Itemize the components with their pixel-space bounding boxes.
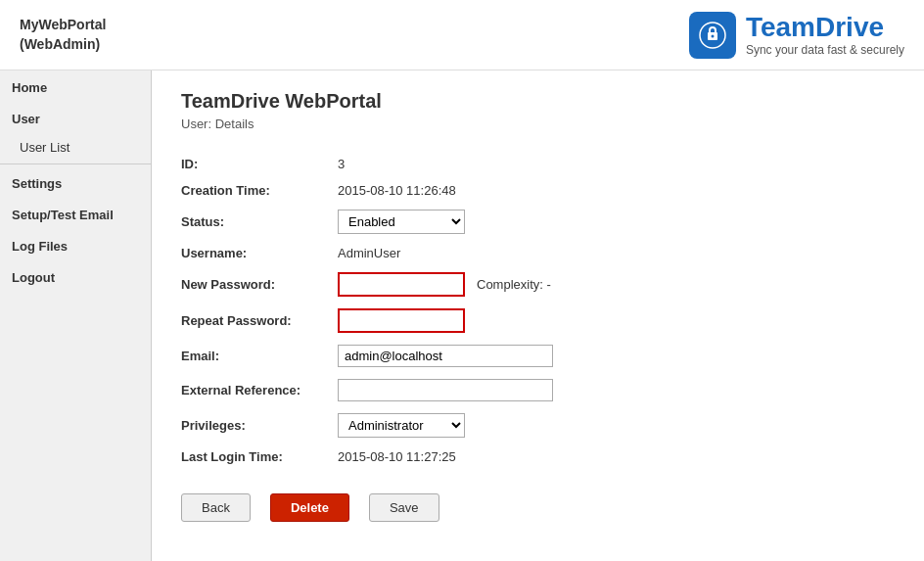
- external-ref-cell: [338, 373, 631, 407]
- last-login-row: Last Login Time: 2015-08-10 11:27:25: [181, 444, 631, 470]
- brand-text: TeamDrive Sync your data fast & securely: [746, 13, 904, 57]
- email-cell: [338, 339, 631, 373]
- sidebar: Home User User List Settings Setup/Test …: [0, 70, 152, 561]
- id-label: ID:: [181, 151, 338, 177]
- creation-time-label: Creation Time:: [181, 177, 338, 204]
- page-title: TeamDrive WebPortal: [181, 90, 895, 113]
- repeat-password-cell: [338, 303, 631, 339]
- creation-time-value: 2015-08-10 11:26:48: [338, 177, 631, 204]
- creation-time-row: Creation Time: 2015-08-10 11:26:48: [181, 177, 631, 204]
- new-password-input[interactable]: [338, 272, 465, 297]
- sidebar-item-settings[interactable]: Settings: [0, 166, 151, 198]
- status-value: Enabled Disabled: [338, 204, 631, 240]
- last-login-label: Last Login Time:: [181, 444, 338, 470]
- privileges-cell: Administrator User: [338, 407, 631, 444]
- sidebar-item-user[interactable]: User: [0, 102, 151, 133]
- status-row: Status: Enabled Disabled: [181, 204, 631, 240]
- sidebar-item-logout[interactable]: Logout: [0, 260, 151, 292]
- details-form: ID: 3 Creation Time: 2015-08-10 11:26:48…: [181, 151, 631, 470]
- email-input[interactable]: [338, 345, 553, 367]
- repeat-password-row: Repeat Password:: [181, 303, 631, 339]
- brand-tagline: Sync your data fast & securely: [746, 43, 904, 57]
- complexity-label: Complexity: -: [477, 277, 551, 292]
- last-login-value: 2015-08-10 11:27:25: [338, 444, 631, 470]
- brand-logo: TeamDrive Sync your data fast & securely: [689, 12, 904, 59]
- main-content: TeamDrive WebPortal User: Details ID: 3 …: [152, 70, 924, 561]
- external-ref-label: External Reference:: [181, 373, 338, 407]
- external-ref-row: External Reference:: [181, 373, 631, 407]
- privileges-label: Privileges:: [181, 407, 338, 444]
- button-row: Back Delete Save: [181, 493, 895, 522]
- brand-icon: [689, 12, 736, 59]
- layout: Home User User List Settings Setup/Test …: [0, 70, 924, 561]
- delete-button[interactable]: Delete: [270, 493, 349, 522]
- email-label: Email:: [181, 339, 338, 373]
- app-title: MyWebPortal (WebAdmin): [20, 16, 106, 54]
- brand-name: TeamDrive: [746, 13, 904, 43]
- username-row: Username: AdminUser: [181, 240, 631, 266]
- status-select[interactable]: Enabled Disabled: [338, 210, 465, 234]
- sidebar-item-log-files[interactable]: Log Files: [0, 229, 151, 260]
- sidebar-item-user-list[interactable]: User List: [0, 133, 151, 162]
- status-label: Status:: [181, 204, 338, 240]
- header: MyWebPortal (WebAdmin) TeamDrive Sync yo…: [0, 0, 924, 70]
- repeat-password-label: Repeat Password:: [181, 303, 338, 339]
- sidebar-item-setup-test-email[interactable]: Setup/Test Email: [0, 198, 151, 229]
- username-label: Username:: [181, 240, 338, 266]
- email-row: Email:: [181, 339, 631, 373]
- id-row: ID: 3: [181, 151, 631, 177]
- svg-point-2: [711, 34, 714, 37]
- new-password-cell: Complexity: -: [338, 266, 631, 303]
- username-value: AdminUser: [338, 240, 631, 266]
- new-password-label: New Password:: [181, 266, 338, 303]
- privileges-row: Privileges: Administrator User: [181, 407, 631, 444]
- back-button[interactable]: Back: [181, 493, 251, 522]
- new-password-row: New Password: Complexity: -: [181, 266, 631, 303]
- repeat-password-input[interactable]: [338, 308, 465, 333]
- new-password-wrap: Complexity: -: [338, 272, 624, 297]
- save-button[interactable]: Save: [369, 493, 439, 522]
- privileges-select[interactable]: Administrator User: [338, 413, 465, 438]
- id-value: 3: [338, 151, 631, 177]
- sidebar-item-home[interactable]: Home: [0, 70, 151, 102]
- external-ref-input[interactable]: [338, 379, 553, 401]
- sidebar-divider-1: [0, 164, 151, 164]
- page-subtitle: User: Details: [181, 117, 895, 131]
